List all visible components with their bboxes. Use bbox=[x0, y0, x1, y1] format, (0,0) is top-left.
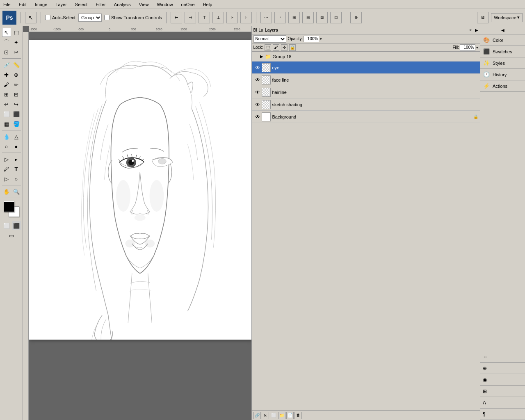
color-swatches[interactable] bbox=[4, 201, 19, 217]
quick-select-tool[interactable]: ✦ bbox=[12, 38, 21, 47]
side-panel-history[interactable]: 🕐 History bbox=[480, 69, 525, 80]
lock-transparent-btn[interactable]: ⬚ bbox=[265, 44, 271, 51]
fill-input[interactable] bbox=[460, 44, 475, 51]
menu-onone[interactable]: onOne bbox=[180, 1, 196, 8]
gradient-tool[interactable]: ▦ bbox=[2, 119, 11, 128]
paint-bucket-tool[interactable]: 🪣 bbox=[12, 119, 21, 128]
lock-image-btn[interactable]: 🖌 bbox=[273, 44, 279, 51]
pattern-tool[interactable]: ⊟ bbox=[12, 90, 21, 99]
sharpen-tool[interactable]: △ bbox=[12, 132, 21, 141]
panel-tab-brushes[interactable]: Bl bbox=[253, 28, 257, 32]
blend-mode-select[interactable]: Normal bbox=[253, 35, 286, 43]
menu-select[interactable]: Select bbox=[73, 1, 89, 8]
side-panel-styles[interactable]: ✨ Styles bbox=[480, 57, 525, 69]
menu-layer[interactable]: Layer bbox=[54, 1, 68, 8]
art-history-tool[interactable]: ↪ bbox=[12, 100, 21, 109]
distribute-5-btn[interactable]: ⊠ bbox=[316, 12, 328, 23]
hand-tool[interactable]: ✋ bbox=[2, 187, 11, 196]
quick-mask-btn[interactable]: ⬛ bbox=[12, 221, 21, 230]
align-top-btn[interactable]: ⊥ bbox=[212, 12, 224, 23]
menu-image[interactable]: Image bbox=[33, 1, 49, 8]
distribute-4-btn[interactable]: ⊟ bbox=[302, 12, 314, 23]
crop-tool[interactable]: ⊡ bbox=[2, 48, 11, 57]
clone-tool[interactable]: ⊞ bbox=[2, 90, 11, 99]
move-tool[interactable]: ↖ bbox=[2, 28, 11, 37]
slice-tool[interactable]: ✂ bbox=[12, 48, 21, 57]
panel-icon-extra6[interactable]: ¶ bbox=[480, 409, 525, 420]
screen-mode-btn[interactable]: 🖥 bbox=[477, 12, 488, 23]
menu-analysis[interactable]: Analysis bbox=[112, 1, 132, 8]
link-layers-btn[interactable]: 🔗 bbox=[253, 412, 261, 419]
pencil-tool[interactable]: ✏ bbox=[12, 80, 21, 89]
layer-eye-icon-3[interactable]: 👁 bbox=[255, 102, 260, 107]
layer-eye-icon-2[interactable]: 👁 bbox=[255, 89, 260, 95]
panel-icon-extra1[interactable]: ↔ bbox=[480, 351, 525, 363]
layer-group-row[interactable]: 👁 ▶ 📁 Group 18 bbox=[252, 52, 480, 62]
lasso-tool[interactable]: ⌒ bbox=[2, 38, 11, 47]
align-bottom-btn[interactable]: ⊧ bbox=[240, 12, 252, 23]
workspace-dropdown[interactable]: Workspace ▾ bbox=[491, 13, 523, 22]
patch-tool[interactable]: ⊕ bbox=[12, 70, 21, 79]
menu-view[interactable]: View bbox=[137, 1, 151, 8]
menu-edit[interactable]: Edit bbox=[17, 1, 28, 8]
arrange-btn[interactable]: ⊕ bbox=[350, 12, 362, 23]
layer-row-background[interactable]: 👁 Background 🔒 bbox=[252, 111, 480, 123]
panel-tab-layers[interactable]: Layers bbox=[265, 28, 278, 32]
screen-mode-tool-btn[interactable]: ▭ bbox=[7, 231, 16, 240]
menu-filter[interactable]: Filter bbox=[94, 1, 107, 8]
align-center-h-btn[interactable]: ⊣ bbox=[185, 12, 196, 23]
side-panel-swatches[interactable]: ⬛ Swatches bbox=[480, 46, 525, 57]
menu-window[interactable]: Window bbox=[155, 1, 174, 8]
side-panel-actions[interactable]: ⚡ Actions bbox=[480, 80, 525, 92]
panel-collapse-top[interactable]: ◀ bbox=[480, 26, 525, 34]
distribute-v-btn[interactable]: ⋮ bbox=[274, 12, 286, 23]
shape-select-tool[interactable]: ▷ bbox=[2, 174, 11, 183]
fill-arrow[interactable]: ▾ bbox=[476, 46, 478, 50]
pen-tool[interactable]: 🖊 bbox=[2, 164, 11, 173]
align-right-btn[interactable]: ⊤ bbox=[199, 12, 210, 23]
text-tool[interactable]: T bbox=[12, 164, 21, 173]
panel-icon-extra4[interactable]: ⊞ bbox=[480, 386, 525, 397]
distribute-3-btn[interactable]: ⊞ bbox=[288, 12, 300, 23]
opacity-input[interactable] bbox=[304, 36, 319, 42]
panel-icon-extra2[interactable]: ⊕ bbox=[480, 363, 525, 374]
dodge-tool[interactable]: ○ bbox=[2, 142, 11, 151]
panel-tab-layers-short[interactable]: La bbox=[258, 28, 263, 32]
layer-row-hairline[interactable]: 👁 hairline bbox=[252, 86, 480, 98]
distribute-h-btn[interactable]: ⋯ bbox=[260, 12, 272, 23]
zoom-tool[interactable]: 🔍 bbox=[12, 187, 21, 196]
add-mask-btn[interactable]: ⬜ bbox=[270, 412, 277, 419]
lock-position-btn[interactable]: ✛ bbox=[281, 44, 288, 51]
standard-mode-btn[interactable]: ⬜ bbox=[2, 221, 11, 230]
side-panel-color[interactable]: 🎨 Color bbox=[480, 34, 525, 46]
layer-eye-icon-0[interactable]: 👁 bbox=[255, 65, 260, 71]
blur-tool[interactable]: 💧 bbox=[2, 132, 11, 141]
panel-close-btn[interactable]: × bbox=[469, 28, 472, 32]
distribute-6-btn[interactable]: ⊡ bbox=[330, 12, 342, 23]
panel-icon-extra5[interactable]: A bbox=[480, 397, 525, 409]
selection-tool[interactable]: ⬚ bbox=[12, 28, 21, 37]
brush-tool[interactable]: 🖌 bbox=[2, 80, 11, 89]
layer-row-faceline[interactable]: 👁 face line bbox=[252, 74, 480, 86]
path-select-tool[interactable]: ▷ bbox=[2, 155, 11, 164]
ellipse-tool[interactable]: ○ bbox=[12, 174, 21, 183]
add-style-btn[interactable]: fx bbox=[262, 412, 269, 419]
foreground-color-swatch[interactable] bbox=[4, 201, 14, 212]
menu-file[interactable]: File bbox=[2, 1, 12, 8]
history-brush-tool[interactable]: ↩ bbox=[2, 100, 11, 109]
create-group-btn[interactable]: 📁 bbox=[278, 412, 285, 419]
bg-eraser-tool[interactable]: ⬛ bbox=[12, 110, 21, 119]
panel-icon-extra3[interactable]: ◉ bbox=[480, 374, 525, 386]
healing-tool[interactable]: ✚ bbox=[2, 70, 11, 79]
align-left-btn[interactable]: ⊢ bbox=[171, 12, 182, 23]
show-transform-checkbox[interactable] bbox=[104, 15, 110, 20]
panel-scroll-right[interactable]: ▶ bbox=[475, 28, 478, 32]
opacity-arrow[interactable]: ▾ bbox=[320, 37, 322, 41]
auto-select-checkbox[interactable] bbox=[45, 15, 50, 20]
eyedropper-tool[interactable]: 💉 bbox=[2, 60, 11, 69]
ruler-tool[interactable]: 📏 bbox=[12, 60, 21, 69]
menu-help[interactable]: Help bbox=[201, 1, 214, 8]
group-expand-icon[interactable]: ▶ bbox=[260, 54, 263, 59]
burn-tool[interactable]: ● bbox=[12, 142, 21, 151]
direct-select-tool[interactable]: ▸ bbox=[12, 155, 21, 164]
